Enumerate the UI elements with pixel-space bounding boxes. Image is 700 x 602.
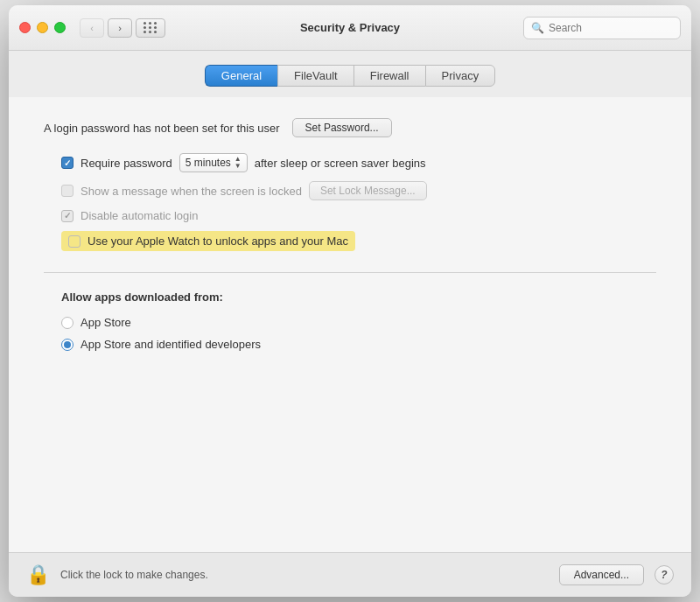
disable-auto-login-label: Disable automatic login [80,209,198,222]
lock-text: Click the lock to make changes. [60,569,549,581]
set-lock-message-button[interactable]: Set Lock Message... [309,181,427,200]
radio-app-store-identified-label: App Store and identified developers [80,338,261,351]
search-bar[interactable]: 🔍 [523,17,681,39]
options-section: Require password 5 minutes ▲▼ after slee… [61,153,656,251]
show-message-label: Show a message when the screen is locked [80,185,302,198]
search-icon: 🔍 [531,22,544,34]
nav-buttons: ‹ › [80,18,132,38]
apple-watch-highlight: Use your Apple Watch to unlock apps and … [61,231,355,251]
grid-icon [144,22,158,33]
minimize-button[interactable] [37,22,48,33]
radio-app-store-identified-button[interactable] [61,339,74,351]
radio-app-store: App Store [61,316,656,329]
require-password-row: Require password 5 minutes ▲▼ after slee… [61,153,656,172]
require-password-label-before: Require password [80,157,172,170]
apple-watch-checkbox[interactable] [68,235,80,248]
show-message-checkbox[interactable] [61,185,74,197]
window-title: Security & Privacy [300,21,400,34]
forward-button[interactable]: › [108,18,132,38]
radio-app-store-identified: App Store and identified developers [61,338,656,351]
radio-app-store-button[interactable] [61,317,74,329]
require-password-checkbox[interactable] [61,157,74,169]
close-button[interactable] [19,22,31,33]
tab-firewall[interactable]: Firewall [354,65,425,87]
radio-app-store-label: App Store [80,316,131,329]
apple-watch-label: Use your Apple Watch to unlock apps and … [88,234,348,248]
allow-apps-section: Allow apps downloaded from: App Store Ap… [61,290,656,351]
tabs-container: General FileVault Firewall Privacy [9,51,691,97]
tab-filevault[interactable]: FileVault [277,65,354,87]
password-interval-select[interactable]: 5 minutes ▲▼ [179,153,248,172]
password-interval-value: 5 minutes [186,157,231,169]
tab-privacy[interactable]: Privacy [425,65,496,87]
traffic-lights [19,22,66,33]
search-input[interactable] [549,22,673,34]
grid-button[interactable] [136,18,165,38]
content-area: A login password has not been set for th… [9,97,691,552]
tab-general[interactable]: General [205,65,277,87]
show-message-row: Show a message when the screen is locked… [61,181,656,200]
advanced-button[interactable]: Advanced... [559,564,644,585]
lock-icon[interactable]: 🔒 [26,564,50,586]
bottom-bar: 🔒 Click the lock to make changes. Advanc… [9,552,691,597]
login-password-row: A login password has not been set for th… [44,118,656,137]
disable-auto-login-checkbox[interactable] [61,210,74,222]
section-divider [44,272,656,273]
disable-auto-login-row: Disable automatic login [61,209,656,222]
set-password-button[interactable]: Set Password... [292,118,392,137]
login-password-text: A login password has not been set for th… [44,122,280,135]
allow-apps-title: Allow apps downloaded from: [61,290,656,304]
back-button[interactable]: ‹ [80,18,104,38]
main-window: ‹ › Security & Privacy 🔍 General FileVau… [9,5,691,597]
select-arrows-icon: ▲▼ [234,156,242,170]
help-button[interactable]: ? [654,565,674,584]
titlebar: ‹ › Security & Privacy 🔍 [9,5,691,51]
maximize-button[interactable] [54,22,66,33]
apple-watch-row: Use your Apple Watch to unlock apps and … [61,231,656,251]
require-password-label-after: after sleep or screen saver begins [255,157,426,170]
